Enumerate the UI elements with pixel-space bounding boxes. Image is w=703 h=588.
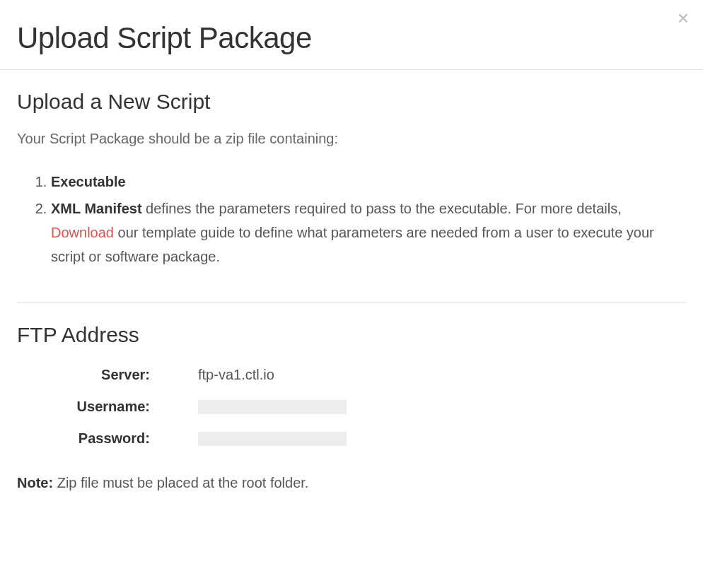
ftp-server-row: Server: ftp-va1.ctl.io — [17, 367, 686, 383]
note-text: Note: Zip file must be placed at the roo… — [17, 475, 686, 491]
ftp-username-row: Username: — [17, 399, 686, 415]
ftp-server-label: Server: — [17, 367, 173, 383]
list-item: Executable — [51, 170, 686, 194]
note-label: Note: — [17, 475, 53, 490]
ftp-password-value — [198, 432, 347, 446]
page-title: Upload Script Package — [17, 21, 686, 55]
divider — [17, 302, 686, 303]
ftp-username-label: Username: — [17, 399, 173, 415]
ftp-server-value: ftp-va1.ctl.io — [198, 367, 274, 383]
note-body: Zip file must be placed at the root fold… — [53, 475, 308, 490]
ftp-password-label: Password: — [17, 430, 173, 447]
modal-body: Upload a New Script Your Script Package … — [0, 70, 703, 511]
xml-manifest-desc-after: our template guide to define what parame… — [51, 225, 654, 264]
upload-intro-text: Your Script Package should be a zip file… — [17, 131, 686, 147]
ftp-username-value — [198, 400, 347, 414]
ftp-password-row: Password: — [17, 430, 686, 447]
download-link[interactable]: Download — [51, 225, 114, 240]
upload-section-title: Upload a New Script — [17, 90, 686, 114]
list-item: XML Manifest defines the parameters requ… — [51, 196, 686, 269]
modal-header: Upload Script Package × — [0, 0, 703, 70]
xml-manifest-desc-before: defines the parameters required to pass … — [142, 201, 622, 216]
requirements-list: Executable XML Manifest defines the para… — [17, 170, 686, 269]
xml-manifest-label: XML Manifest — [51, 201, 142, 216]
executable-label: Executable — [51, 174, 126, 189]
ftp-section-title: FTP Address — [17, 323, 686, 347]
close-button[interactable]: × — [678, 8, 689, 28]
